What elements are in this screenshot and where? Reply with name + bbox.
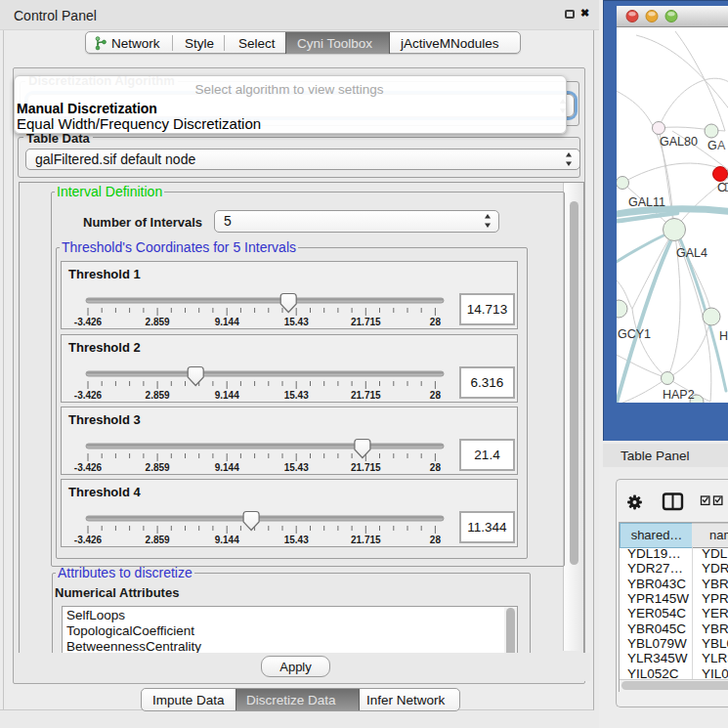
svg-text:GAL4: GAL4 — [676, 246, 707, 260]
svg-text:H: H — [719, 329, 728, 343]
svg-text:G: G — [707, 139, 717, 152]
svg-text:HAP2: HAP2 — [663, 388, 695, 402]
svg-text:D: D — [724, 181, 728, 194]
svg-text:GCY1: GCY1 — [618, 327, 651, 341]
svg-text:A: A — [717, 139, 726, 152]
svg-text:GAL80: GAL80 — [660, 135, 698, 149]
svg-text:GAL11: GAL11 — [628, 195, 665, 209]
